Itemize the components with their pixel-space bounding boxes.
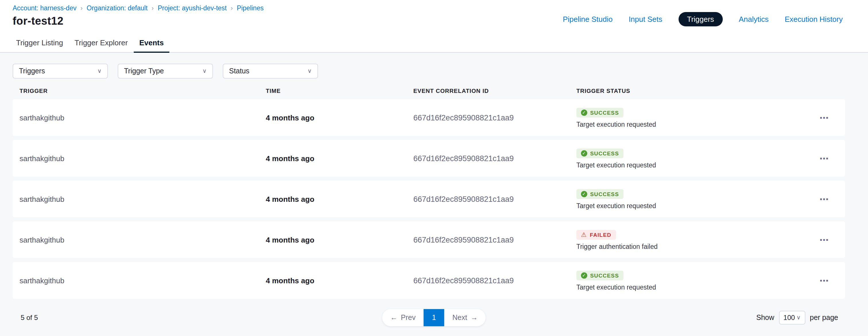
table-row: sarthakgithub 4 months ago 667d16f2ec895… bbox=[12, 99, 845, 136]
column-header-trigger-status: TRIGGER STATUS bbox=[577, 88, 811, 94]
status-badge-label: SUCCESS bbox=[590, 109, 619, 115]
prev-label: Prev bbox=[401, 314, 415, 322]
chevron-down-icon: ∨ bbox=[797, 315, 801, 321]
trigger-type-filter-dropdown[interactable]: Trigger Type ∨ bbox=[118, 64, 213, 78]
row-menu-button[interactable]: ⋯ bbox=[811, 140, 838, 177]
page-size-dropdown[interactable]: 100 ∨ bbox=[779, 311, 805, 325]
breadcrumb-item-pipelines[interactable]: Pipelines bbox=[237, 5, 264, 11]
chevron-down-icon: ∨ bbox=[97, 68, 102, 74]
breadcrumb-separator-icon: › bbox=[152, 5, 154, 11]
triggers-filter-label: Triggers bbox=[19, 67, 45, 75]
nav-execution-history[interactable]: Execution History bbox=[785, 15, 843, 24]
table-footer: 5 of 5 ← Prev 1 Next → Show 100 ∨ per p bbox=[0, 308, 868, 327]
table-header-row: TRIGGER TIME EVENT CORRELATION ID TRIGGE… bbox=[12, 87, 845, 95]
check-circle-icon: ✓ bbox=[581, 272, 587, 278]
chevron-down-icon: ∨ bbox=[307, 68, 312, 74]
breadcrumb-item-organization[interactable]: Organization: default bbox=[87, 5, 148, 11]
trigger-name: sarthakgithub bbox=[20, 195, 266, 203]
event-time: 4 months ago bbox=[266, 276, 413, 285]
column-header-time: TIME bbox=[266, 88, 413, 94]
kebab-icon: ⋯ bbox=[819, 275, 829, 286]
tab-events[interactable]: Events bbox=[133, 33, 169, 53]
status-filter-dropdown[interactable]: Status ∨ bbox=[223, 64, 318, 78]
event-correlation-id: 667d16f2ec895908821c1aa9 bbox=[413, 235, 577, 244]
trigger-name: sarthakgithub bbox=[20, 235, 266, 244]
prev-page-button[interactable]: ← Prev bbox=[382, 309, 424, 326]
status-badge-label: SUCCESS bbox=[590, 150, 619, 156]
event-time: 4 months ago bbox=[266, 113, 413, 122]
event-correlation-id: 667d16f2ec895908821c1aa9 bbox=[413, 113, 577, 122]
status-badge-label: SUCCESS bbox=[590, 191, 619, 197]
events-content: Triggers ∨ Trigger Type ∨ Status ∨ TRIGG… bbox=[0, 53, 868, 336]
status-badge-label: SUCCESS bbox=[590, 272, 619, 278]
row-menu-button[interactable]: ⋯ bbox=[811, 221, 838, 258]
tab-trigger-listing[interactable]: Trigger Listing bbox=[10, 33, 69, 53]
page-size-control: Show 100 ∨ per page bbox=[756, 311, 838, 325]
trigger-name: sarthakgithub bbox=[20, 154, 266, 163]
table-row: sarthakgithub 4 months ago 667d16f2ec895… bbox=[12, 140, 845, 177]
status-badge-label: FAILED bbox=[590, 231, 611, 238]
event-correlation-id: 667d16f2ec895908821c1aa9 bbox=[413, 195, 577, 203]
top-bar-left: Account: harness-dev › Organization: def… bbox=[12, 5, 264, 28]
status-detail: Target execution requested bbox=[577, 202, 656, 209]
row-menu-button[interactable]: ⋯ bbox=[811, 180, 838, 217]
status-detail: Target execution requested bbox=[577, 161, 656, 168]
pagination: ← Prev 1 Next → bbox=[382, 309, 486, 326]
check-circle-icon: ✓ bbox=[581, 109, 587, 115]
event-time: 4 months ago bbox=[266, 235, 413, 244]
table-row: sarthakgithub 4 months ago 667d16f2ec895… bbox=[12, 221, 845, 258]
tab-trigger-explorer[interactable]: Trigger Explorer bbox=[69, 33, 133, 53]
table-row: sarthakgithub 4 months ago 667d16f2ec895… bbox=[12, 180, 845, 217]
warning-icon: ⚠ bbox=[581, 231, 587, 238]
chevron-down-icon: ∨ bbox=[203, 68, 207, 74]
filter-bar: Triggers ∨ Trigger Type ∨ Status ∨ bbox=[12, 64, 868, 78]
row-menu-button[interactable]: ⋯ bbox=[811, 99, 838, 136]
status-badge: ✓ ⚠ SUCCESS bbox=[577, 270, 623, 280]
status-badge: ✓ ⚠ SUCCESS bbox=[577, 189, 623, 199]
kebab-icon: ⋯ bbox=[819, 153, 829, 164]
trigger-status-cell: ✓ ⚠ SUCCESS Target execution requested bbox=[577, 270, 811, 291]
app-window: Account: harness-dev › Organization: def… bbox=[0, 0, 868, 336]
events-table: sarthakgithub 4 months ago 667d16f2ec895… bbox=[12, 99, 845, 299]
row-menu-button[interactable]: ⋯ bbox=[811, 262, 838, 299]
table-row: sarthakgithub 4 months ago 667d16f2ec895… bbox=[12, 262, 845, 299]
breadcrumb-separator-icon: › bbox=[231, 5, 233, 11]
breadcrumb-item-project[interactable]: Project: ayushi-dev-test bbox=[158, 5, 226, 11]
breadcrumb-separator-icon: › bbox=[81, 5, 82, 11]
page-title: for-test12 bbox=[12, 15, 264, 28]
arrow-left-icon: ← bbox=[391, 314, 398, 322]
status-detail: Trigger authentication failed bbox=[577, 243, 658, 250]
trigger-status-cell: ✓ ⚠ FAILED Trigger authentication failed bbox=[577, 230, 811, 250]
status-detail: Target execution requested bbox=[577, 121, 656, 128]
tab-bar: Trigger Listing Trigger Explorer Events bbox=[0, 33, 868, 53]
event-correlation-id: 667d16f2ec895908821c1aa9 bbox=[413, 276, 577, 285]
status-badge: ✓ ⚠ FAILED bbox=[577, 230, 616, 239]
trigger-status-cell: ✓ ⚠ SUCCESS Target execution requested bbox=[577, 107, 811, 128]
status-badge: ✓ ⚠ SUCCESS bbox=[577, 148, 623, 158]
nav-analytics[interactable]: Analytics bbox=[739, 15, 769, 24]
event-correlation-id: 667d16f2ec895908821c1aa9 bbox=[413, 154, 577, 163]
page-size-value: 100 bbox=[783, 314, 795, 322]
status-filter-label: Status bbox=[229, 67, 249, 75]
page-number-button[interactable]: 1 bbox=[424, 309, 444, 326]
nav-pipeline-studio[interactable]: Pipeline Studio bbox=[563, 15, 613, 24]
event-time: 4 months ago bbox=[266, 154, 413, 163]
kebab-icon: ⋯ bbox=[819, 112, 829, 123]
next-page-button[interactable]: Next → bbox=[444, 309, 486, 326]
arrow-right-icon: → bbox=[470, 314, 477, 322]
column-header-trigger: TRIGGER bbox=[20, 88, 266, 94]
event-time: 4 months ago bbox=[266, 195, 413, 203]
row-count: 5 of 5 bbox=[21, 314, 38, 322]
check-circle-icon: ✓ bbox=[581, 150, 587, 156]
trigger-status-cell: ✓ ⚠ SUCCESS Target execution requested bbox=[577, 189, 811, 209]
trigger-status-cell: ✓ ⚠ SUCCESS Target execution requested bbox=[577, 148, 811, 168]
trigger-name: sarthakgithub bbox=[20, 113, 266, 122]
nav-input-sets[interactable]: Input Sets bbox=[629, 15, 662, 24]
show-label: Show bbox=[756, 314, 774, 322]
status-badge: ✓ ⚠ SUCCESS bbox=[577, 107, 623, 117]
breadcrumb-item-account[interactable]: Account: harness-dev bbox=[12, 5, 76, 11]
trigger-name: sarthakgithub bbox=[20, 276, 266, 285]
nav-triggers[interactable]: Triggers bbox=[678, 12, 722, 26]
trigger-type-filter-label: Trigger Type bbox=[124, 67, 164, 75]
triggers-filter-dropdown[interactable]: Triggers ∨ bbox=[12, 64, 108, 78]
